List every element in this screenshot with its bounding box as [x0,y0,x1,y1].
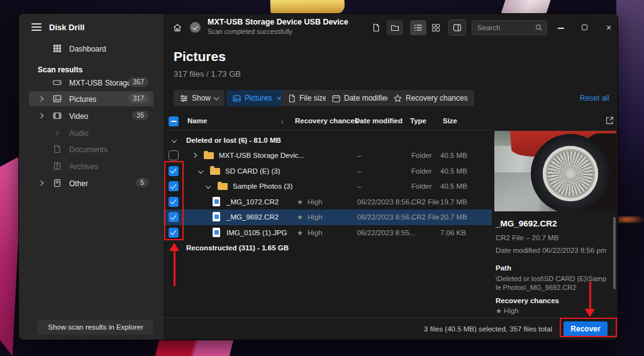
chip-label: Pictures [245,94,272,103]
pictures-filter-chip[interactable]: Pictures × [226,90,288,106]
group-label: Reconstructed (311) - 1.65 GB [186,244,289,252]
home-icon[interactable] [172,23,182,33]
preview-panel-toggle-button[interactable] [449,20,465,35]
table-row-selected[interactable]: _MG_9692.CR2 ★ High 06/22/2023 8:56... C… [164,209,492,225]
chevron-right-icon[interactable] [38,96,43,101]
grid-view-button[interactable] [428,20,444,35]
folder-icon [218,183,228,190]
sidebar-item-video[interactable]: Video 35 [29,108,153,123]
panel-scrollbar[interactable] [613,217,616,289]
table-group-row[interactable]: Reconstructed (311) - 1.65 GB [164,240,492,256]
chevron-down-icon [214,94,219,99]
maximize-button[interactable] [576,20,594,35]
date-cell: – [357,167,361,175]
sidebar-item-pictures[interactable]: Pictures 317 [29,91,153,106]
reset-all-link[interactable]: Reset all [580,94,609,103]
preview-panel: _MG_9692.CR2 CR2 File – 20.7 MB Date mod… [494,113,616,321]
table-row[interactable]: Sample Photos (3) – Folder 40.5 MB [164,179,492,194]
sidebar-item-audio[interactable]: ♪ Audio [29,125,153,140]
list-view-button[interactable] [410,20,426,35]
chevron-down-icon[interactable] [198,168,203,173]
chevron-right-icon[interactable] [192,153,197,158]
archive-icon [53,162,62,170]
chip-close-icon[interactable]: × [277,94,282,103]
column-header-recovery[interactable]: Recovery chances [295,117,358,125]
table-row[interactable]: IMG_0105 (1).JPG ★ High 06/22/2023 8:55.… [164,225,492,241]
preview-recovery-label: Recovery chances [496,297,559,304]
annotation-recover-highlight [560,318,617,337]
date-cell: 06/22/2023 8:56... [357,213,416,221]
search-box [472,20,547,35]
sidebar-item-label: Documents [69,145,108,154]
sort-desc-icon[interactable]: ↓ [280,117,284,125]
column-header-type[interactable]: Type [410,117,426,125]
star-icon: ★ [297,213,303,221]
size-cell: 40.5 MB [440,182,467,190]
size-cell: 40.5 MB [440,152,467,159]
image-file-icon [213,228,220,237]
preview-recovery-value: ★ High [496,307,519,315]
date-modified-filter-button[interactable]: Date modified [326,90,397,106]
star-icon: ★ [496,307,502,314]
size-cell: 19.7 MB [440,198,467,206]
disk-drill-window: Disk Drill Dashboard Scan results MXT-US… [19,14,618,340]
scan-results-section-label: Scan results [38,65,82,74]
image-file-icon [213,212,220,221]
close-button[interactable]: × [600,20,618,35]
type-cell: Folder [411,167,432,175]
music-note-icon: ♪ [53,128,62,137]
page-title: Pictures [174,49,226,64]
table-group-row[interactable]: Deleted or lost (6) - 81.0 MB [164,133,492,148]
column-header-date[interactable]: Date modified [355,117,402,125]
sidebar-item-label: Archives [69,162,98,171]
annotation-up-arrow-head [169,243,179,251]
size-cell: 7.06 KB [440,229,466,236]
table-row[interactable]: SD CARD (E) (3) – Folder 40.5 MB [164,164,492,179]
sidebar-item-dashboard[interactable]: Dashboard [29,41,153,56]
minimize-button[interactable] [552,20,570,35]
show-in-explorer-button[interactable]: Show scan results in Explorer [38,320,153,335]
scan-complete-check-icon [190,22,201,33]
chevron-down-icon[interactable] [172,137,177,142]
scan-status-text: Scan completed successfully [208,28,348,35]
row-checkbox[interactable] [169,150,179,160]
chevron-right-icon[interactable] [38,180,43,185]
preview-image[interactable] [494,131,616,211]
footer-bar: 3 files (40.5 MB) selected, 357 files to… [164,318,618,340]
sidebar-item-other[interactable]: Other 5 [29,175,153,191]
pictures-icon [53,94,62,103]
file-size-filter-label: File size [299,94,327,103]
chevron-right-icon[interactable] [38,113,43,118]
new-file-button[interactable] [368,20,384,35]
column-header-name[interactable]: Name [187,117,207,125]
folder-icon [210,168,220,175]
sidebar-item-device[interactable]: MXT-USB Storage Devic... 357 [29,75,153,90]
app-title: Disk Drill [49,23,84,32]
sidebar-item-documents[interactable]: Documents [29,142,153,157]
show-filter-button[interactable]: Show [174,90,225,106]
select-all-checkbox[interactable] [169,116,179,126]
external-link-icon[interactable] [605,116,614,125]
date-cell: 06/22/2023 8:56... [357,198,416,206]
open-folder-button[interactable] [387,20,403,35]
table-row[interactable]: MXT-USB Storage Devic... – Folder 40.5 M… [164,148,492,164]
count-badge: 5 [136,178,148,187]
type-cell: CR2 File [411,198,440,206]
recovery-cell: High [308,213,323,221]
hamburger-menu-icon[interactable] [31,23,42,31]
group-label: Deleted or lost (6) - 81.0 MB [186,136,281,144]
chevron-down-icon[interactable] [206,184,211,189]
star-icon: ★ [297,198,303,206]
file-name: _MG_9692.CR2 [226,213,279,221]
recovery-cell: High [308,198,323,206]
recovery-chances-filter-button[interactable]: Recovery chances [387,90,474,106]
date-cell: – [357,152,361,159]
sidebar-item-label: Pictures [69,95,96,104]
column-header-size[interactable]: Size [443,117,457,125]
file-name: Sample Photos (3) [233,182,292,190]
titlebar: MXT-USB Storage Device USB Device Scan c… [164,14,618,42]
file-name: MXT-USB Storage Devic... [219,152,304,159]
search-input[interactable] [477,22,533,33]
sidebar-item-archives[interactable]: Archives [29,159,153,174]
table-row[interactable]: _MG_1072.CR2 ★ High 06/22/2023 8:56... C… [164,194,492,210]
